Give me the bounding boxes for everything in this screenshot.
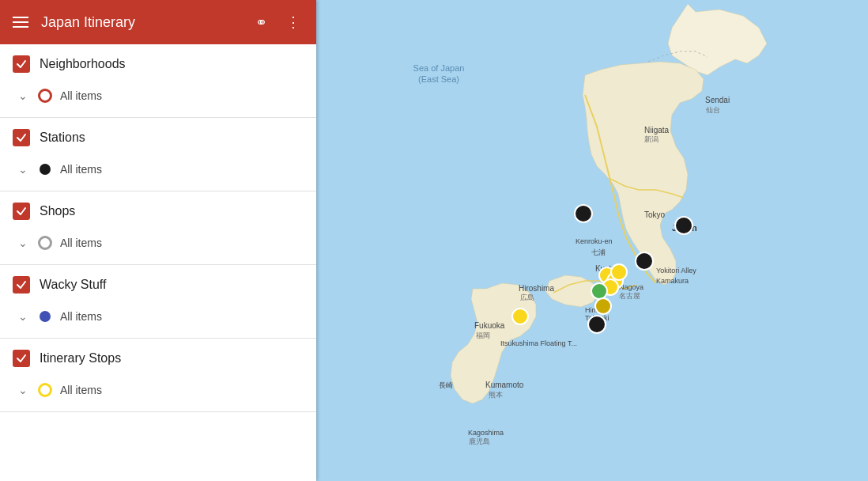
item-row-wacky[interactable]: ⌄ All items: [0, 305, 316, 328]
checkbox-stations[interactable]: [13, 129, 30, 146]
section-shops: Shops ⌄ All items: [0, 191, 316, 265]
chevron-icon-neighborhoods[interactable]: ⌄: [16, 89, 30, 103]
svg-text:Fukuoka: Fukuoka: [474, 321, 505, 330]
dot-shops: [38, 236, 52, 250]
section-title-neighborhoods: Neighborhoods: [40, 57, 304, 71]
dot-itinerary: [38, 383, 52, 397]
section-items-wacky: ⌄ All items: [0, 301, 316, 338]
pin-darkyellow-1[interactable]: [595, 298, 611, 314]
chevron-icon-wacky[interactable]: ⌄: [16, 309, 30, 324]
svg-text:Niigata: Niigata: [644, 126, 670, 134]
section-items-shops: ⌄ All items: [0, 228, 316, 264]
item-row-stations[interactable]: ⌄ All items: [0, 157, 316, 181]
dot-stations: [38, 162, 52, 176]
chevron-icon-shops[interactable]: ⌄: [16, 236, 30, 250]
item-label-wacky: All items: [60, 310, 102, 323]
menu-button[interactable]: [13, 17, 28, 28]
svg-text:新潟: 新潟: [644, 135, 659, 143]
svg-text:Hiroshima: Hiroshima: [519, 284, 554, 293]
sidebar: Japan Itinerary ⚭ ⋮ Neighborhoods ⌄ All …: [0, 0, 316, 481]
svg-text:Itsukushima Floating T...: Itsukushima Floating T...: [500, 339, 577, 347]
svg-text:Kumamoto: Kumamoto: [485, 381, 524, 389]
section-header-shops: Shops: [0, 191, 316, 228]
app-title: Japan Itinerary: [41, 14, 240, 31]
section-title-stations: Stations: [40, 131, 304, 145]
item-label-shops: All items: [60, 237, 102, 249]
search-button[interactable]: ⚭: [252, 10, 270, 34]
dot-wacky: [38, 309, 52, 324]
svg-text:広島: 広島: [520, 294, 534, 301]
item-label-stations: All items: [60, 163, 102, 176]
checkbox-shops[interactable]: [13, 203, 30, 220]
svg-text:Sea of Japan: Sea of Japan: [413, 63, 465, 73]
sections-list: Neighborhoods ⌄ All items Stations: [0, 44, 316, 412]
svg-text:鹿児島: 鹿児島: [469, 437, 490, 445]
svg-text:福岡: 福岡: [476, 331, 490, 339]
pin-yellow-5[interactable]: [512, 309, 528, 324]
pin-black-3[interactable]: [636, 252, 653, 270]
svg-text:Kenroku-en: Kenroku-en: [576, 237, 613, 245]
map-view[interactable]: Sea of Japan (East Sea) Sendai 仙台 Niigat…: [316, 0, 868, 481]
section-items-neighborhoods: ⌄ All items: [0, 81, 316, 117]
item-label-neighborhoods: All items: [60, 89, 102, 102]
item-row-shops[interactable]: ⌄ All items: [0, 231, 316, 255]
svg-text:Yokitori Alley: Yokitori Alley: [656, 267, 696, 275]
section-header-itinerary: Itinerary Stops: [0, 339, 316, 375]
chevron-icon-itinerary[interactable]: ⌄: [16, 383, 30, 397]
svg-text:長崎: 長崎: [439, 381, 453, 389]
section-title-wacky: Wacky Stuff: [40, 278, 304, 292]
pin-yellow-4[interactable]: [611, 264, 627, 280]
checkbox-wacky[interactable]: [13, 276, 30, 294]
svg-text:熊本: 熊本: [489, 391, 503, 399]
section-title-shops: Shops: [40, 204, 304, 218]
more-button[interactable]: ⋮: [283, 10, 304, 34]
svg-text:Tokyo: Tokyo: [644, 210, 666, 219]
pin-black-1[interactable]: [575, 205, 592, 222]
checkbox-itinerary[interactable]: [13, 350, 30, 367]
section-stations: Stations ⌄ All items: [0, 118, 316, 191]
section-neighborhoods: Neighborhoods ⌄ All items: [0, 44, 316, 118]
section-title-itinerary: Itinerary Stops: [40, 351, 304, 365]
pin-black-2[interactable]: [675, 217, 693, 234]
item-label-itinerary: All items: [60, 384, 102, 396]
section-items-itinerary: ⌄ All items: [0, 375, 316, 411]
item-row-itinerary[interactable]: ⌄ All items: [0, 378, 316, 402]
section-header-neighborhoods: Neighborhoods: [0, 44, 316, 81]
svg-text:Kagoshima: Kagoshima: [468, 429, 504, 437]
pin-green-1[interactable]: [591, 283, 607, 299]
svg-text:Kamakura: Kamakura: [656, 277, 689, 285]
section-header-stations: Stations: [0, 118, 316, 154]
svg-text:名古屋: 名古屋: [619, 292, 640, 300]
chevron-icon-stations[interactable]: ⌄: [16, 162, 30, 176]
section-wacky: Wacky Stuff ⌄ All items: [0, 265, 316, 339]
section-header-wacky: Wacky Stuff: [0, 265, 316, 301]
section-itinerary: Itinerary Stops ⌄ All items: [0, 339, 316, 412]
section-items-stations: ⌄ All items: [0, 154, 316, 191]
item-row-neighborhoods[interactable]: ⌄ All items: [0, 84, 316, 108]
svg-text:七浦: 七浦: [591, 248, 606, 256]
svg-text:Sendai: Sendai: [705, 96, 730, 104]
dot-neighborhoods: [38, 89, 52, 103]
checkbox-neighborhoods[interactable]: [13, 55, 30, 73]
svg-text:(East Sea): (East Sea): [418, 74, 459, 84]
svg-text:仙台: 仙台: [706, 106, 720, 114]
pin-black-4[interactable]: [588, 316, 606, 333]
app-header: Japan Itinerary ⚭ ⋮: [0, 0, 316, 44]
